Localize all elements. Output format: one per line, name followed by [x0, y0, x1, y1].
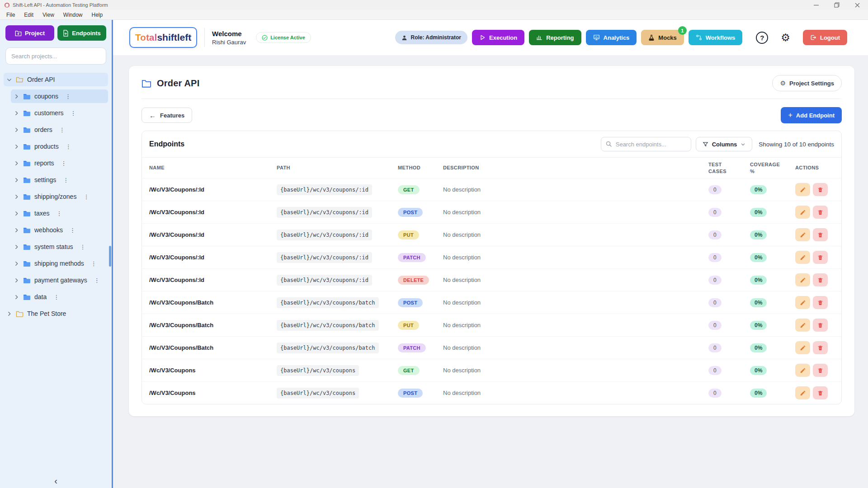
edit-endpoint-button[interactable] [795, 296, 810, 309]
edit-endpoint-button[interactable] [795, 183, 810, 196]
endpoints-button[interactable]: Endpoints [57, 25, 106, 41]
kebab-menu-icon[interactable]: ⋮ [70, 227, 75, 234]
tree-item-coupons[interactable]: coupons⋮ [11, 89, 108, 103]
endpoint-description: No description [443, 277, 708, 283]
logout-button[interactable]: Logout [803, 30, 847, 45]
test-cases-count: 0 [708, 389, 722, 398]
tree-item-customers[interactable]: customers⋮ [11, 106, 108, 120]
execution-button[interactable]: Execution [472, 30, 524, 45]
delete-trash-icon [817, 209, 823, 216]
menu-file[interactable]: File [2, 11, 19, 19]
edit-endpoint-button[interactable] [795, 251, 810, 264]
columns-dropdown-button[interactable]: Columns [696, 137, 753, 151]
tree-item-taxes[interactable]: taxes⋮ [11, 206, 108, 220]
tree-item-reports[interactable]: reports⋮ [11, 156, 108, 170]
col-actions: ACTIONS [795, 164, 834, 171]
delete-endpoint-button[interactable] [813, 206, 828, 219]
menu-view[interactable]: View [38, 11, 59, 19]
tree-item-label: customers [34, 109, 64, 117]
kebab-menu-icon[interactable]: ⋮ [94, 277, 100, 284]
delete-endpoint-button[interactable] [813, 319, 828, 332]
help-button[interactable]: ? [756, 32, 768, 44]
search-endpoints-input[interactable] [601, 137, 691, 151]
kebab-menu-icon[interactable]: ⋮ [61, 160, 67, 167]
kebab-menu-icon[interactable]: ⋮ [83, 193, 89, 200]
sidebar-collapse-button[interactable]: ‹ [54, 476, 57, 486]
minimize-button[interactable] [814, 3, 819, 8]
tree-item-products[interactable]: products⋮ [11, 140, 108, 153]
settings-gear-button[interactable]: ⚙ [781, 33, 790, 43]
edit-endpoint-button[interactable] [795, 319, 810, 332]
menu-window[interactable]: Window [59, 11, 87, 19]
menu-help[interactable]: Help [87, 11, 108, 19]
edit-endpoint-button[interactable] [795, 364, 810, 377]
table-row: /Wc/V3/Coupons/:Id{baseUrl}/wc/v3/coupon… [142, 178, 841, 201]
tree-item-system-status[interactable]: system status⋮ [11, 240, 108, 253]
sidebar-scrollbar[interactable] [109, 246, 111, 267]
coverage-percent: 0% [750, 185, 767, 194]
kebab-menu-icon[interactable]: ⋮ [71, 110, 76, 117]
tree-item-settings[interactable]: settings⋮ [11, 173, 108, 187]
tree-item-orders[interactable]: orders⋮ [11, 123, 108, 136]
delete-endpoint-button[interactable] [813, 364, 828, 377]
reporting-button[interactable]: Reporting [529, 30, 581, 45]
kebab-menu-icon[interactable]: ⋮ [91, 260, 97, 267]
table-row: /Wc/V3/Coupons/Batch{baseUrl}/wc/v3/coup… [142, 336, 841, 359]
folder-plus-icon [15, 30, 22, 36]
endpoint-description: No description [443, 254, 708, 261]
chevron-right-icon [14, 261, 19, 267]
workflow-icon [696, 34, 702, 41]
tree-item-label: The Pet Store [27, 310, 66, 317]
mocks-button[interactable]: Mocks 1 [641, 30, 684, 45]
kebab-menu-icon[interactable]: ⋮ [63, 177, 69, 183]
test-cases-count: 0 [708, 276, 722, 285]
edit-endpoint-button[interactable] [795, 206, 810, 219]
endpoint-description: No description [443, 299, 708, 306]
project-settings-button[interactable]: ⚙ Project Settings [772, 75, 842, 91]
tree-item-order-api[interactable]: Order API [4, 73, 108, 86]
add-endpoint-button[interactable]: + Add Endpoint [781, 107, 842, 123]
chevron-down-icon [6, 77, 12, 83]
restore-button[interactable] [834, 2, 840, 8]
delete-endpoint-button[interactable] [813, 251, 828, 264]
project-button[interactable]: Project [5, 25, 54, 41]
mocks-count-badge: 1 [678, 26, 687, 35]
tree-item-shipping-zones[interactable]: shipping/zones⋮ [11, 190, 108, 203]
tree-item-data[interactable]: data⋮ [11, 290, 108, 304]
kebab-menu-icon[interactable]: ⋮ [56, 210, 62, 217]
tree-item-label: settings [34, 176, 56, 183]
kebab-menu-icon[interactable]: ⋮ [65, 93, 71, 100]
kebab-menu-icon[interactable]: ⋮ [53, 294, 59, 300]
edit-endpoint-button[interactable] [795, 386, 810, 399]
delete-endpoint-button[interactable] [813, 183, 828, 196]
folder-icon [23, 260, 31, 267]
menu-edit[interactable]: Edit [19, 11, 38, 19]
analytics-button[interactable]: Analytics [586, 30, 637, 45]
edit-endpoint-button[interactable] [795, 273, 810, 286]
tree-item-webhooks[interactable]: webhooks⋮ [11, 223, 108, 237]
kebab-menu-icon[interactable]: ⋮ [59, 127, 65, 133]
kebab-menu-icon[interactable]: ⋮ [66, 143, 71, 150]
results-count-text: Showing 10 of 10 endpoints [759, 141, 834, 148]
delete-endpoint-button[interactable] [813, 273, 828, 286]
edit-endpoint-button[interactable] [795, 341, 810, 354]
endpoints-section: Endpoints Columns Showing 10 [142, 131, 842, 404]
workflows-button[interactable]: Workflows [689, 30, 743, 45]
search-projects-input[interactable] [5, 47, 106, 65]
tree-item-shipping-methods[interactable]: shipping methods⋮ [11, 257, 108, 270]
kebab-menu-icon[interactable]: ⋮ [80, 244, 86, 250]
tree-item-the-pet-store[interactable]: The Pet Store [4, 307, 108, 320]
table-row: /Wc/V3/Coupons/:Id{baseUrl}/wc/v3/coupon… [142, 268, 841, 291]
delete-endpoint-button[interactable] [813, 341, 828, 354]
tree-item-payment-gateways[interactable]: payment gateways⋮ [11, 273, 108, 287]
close-button[interactable] [855, 3, 860, 8]
edit-endpoint-button[interactable] [795, 228, 810, 241]
delete-endpoint-button[interactable] [813, 296, 828, 309]
delete-endpoint-button[interactable] [813, 386, 828, 399]
delete-endpoint-button[interactable] [813, 228, 828, 241]
endpoint-name: /Wc/V3/Coupons/:Id [149, 231, 277, 238]
test-cases-count: 0 [708, 298, 722, 307]
back-to-features-button[interactable]: ← Features [142, 108, 192, 123]
test-cases-count: 0 [708, 253, 722, 262]
col-name: NAME [149, 164, 277, 171]
